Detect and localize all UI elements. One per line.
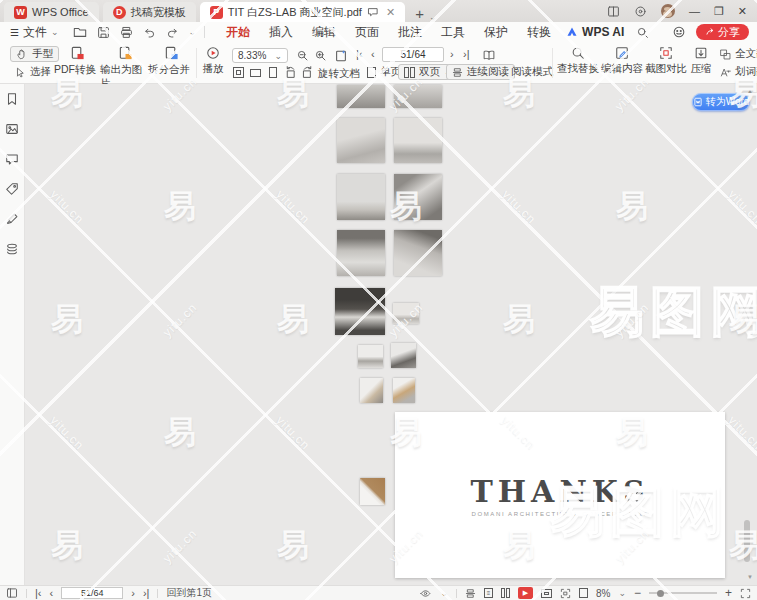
zoom-out-icon[interactable] <box>296 49 309 62</box>
first-page-button[interactable]: |‹ <box>35 587 42 599</box>
bookmark-icon[interactable] <box>5 92 19 106</box>
close-window-button[interactable]: ✕ <box>738 5 747 18</box>
double-page-view-icon[interactable] <box>501 588 510 598</box>
select-tool-button[interactable]: 选择 <box>10 64 56 80</box>
page-thumbnail-12[interactable] <box>391 343 416 368</box>
last-page-button[interactable]: ›| <box>143 587 150 599</box>
next-page-button[interactable]: › <box>131 587 135 599</box>
comment-bubble-icon[interactable] <box>367 6 379 18</box>
fit-height-icon[interactable] <box>266 66 279 79</box>
play-mode-button[interactable]: ▶ <box>518 587 533 599</box>
zoom-slider-handle[interactable] <box>657 590 664 597</box>
user-avatar[interactable] <box>661 4 675 18</box>
menu-item-insert[interactable]: 插入 <box>266 22 296 43</box>
continuous-view-icon[interactable] <box>465 588 476 599</box>
page-thumbnail-4[interactable] <box>394 118 442 163</box>
fullscreen-icon[interactable] <box>740 588 751 599</box>
thanks-page[interactable]: THANKS DOMANI ARCHITECTURAL CONCEPT, 201… <box>395 412 725 578</box>
page-thumbnail-14[interactable] <box>393 378 415 403</box>
menu-item-tools[interactable]: 工具 <box>438 22 468 43</box>
close-tab-icon[interactable]: ✕ <box>386 6 395 19</box>
menu-item-edit[interactable]: 编辑 <box>309 22 339 43</box>
last-page-button[interactable]: ›| <box>463 48 470 60</box>
page-thumbnail-6[interactable] <box>394 174 442 220</box>
page-thumbnail-15[interactable] <box>360 478 385 505</box>
zoom-slider[interactable] <box>649 592 717 594</box>
compress-button[interactable]: 压缩 <box>687 46 715 76</box>
page-thumbnail-11[interactable] <box>358 345 383 368</box>
pdf-convert-button[interactable]: PDF转换 ⌄ <box>54 46 100 89</box>
page-thumbnail-3[interactable] <box>337 118 385 163</box>
fit-page-view-icon[interactable] <box>560 588 571 599</box>
menu-item-annotate[interactable]: 批注 <box>395 22 425 43</box>
fit-width-view-icon[interactable] <box>544 592 549 595</box>
attachment-tag-icon[interactable] <box>5 182 19 196</box>
menu-item-page[interactable]: 页面 <box>352 22 382 43</box>
vertical-scrollbar[interactable] <box>744 520 750 562</box>
full-page-view-icon[interactable] <box>579 588 588 598</box>
page-thumbnail-2[interactable] <box>394 85 442 108</box>
rotate-left-icon[interactable] <box>284 66 297 79</box>
full-translate-button[interactable]: 全文翻译 <box>715 46 757 62</box>
fit-page-icon[interactable] <box>334 49 348 63</box>
back-to-first-page-button[interactable]: 回到第1页 <box>166 586 212 600</box>
split-merge-button[interactable]: 拆分合并 ⌄ <box>148 46 194 89</box>
thumbnails-icon[interactable] <box>5 122 19 136</box>
page-thumbnail-5[interactable] <box>337 174 385 220</box>
prev-page-button[interactable]: ‹ <box>50 587 54 599</box>
share-button[interactable]: 分享 <box>696 24 749 40</box>
find-replace-button[interactable]: 查找替换 <box>557 46 599 76</box>
feedback-smiley-icon[interactable] <box>672 25 686 39</box>
edit-content-button[interactable]: 编辑内容 <box>601 46 643 76</box>
zoom-in-icon[interactable] <box>314 49 327 62</box>
page-thumbnail-7[interactable] <box>337 230 385 276</box>
new-tab-button[interactable]: + <box>415 5 424 22</box>
page-thumbnail-1[interactable] <box>337 85 385 108</box>
next-page-button[interactable]: › <box>450 48 454 60</box>
read-mode-button[interactable]: 阅读模式 <box>506 64 558 80</box>
signature-pen-icon[interactable] <box>5 212 19 226</box>
scroll-down-icon[interactable]: ▼ <box>747 574 753 580</box>
first-page-button[interactable]: |‹ <box>356 48 363 60</box>
actual-size-icon[interactable] <box>232 66 245 79</box>
minimize-button[interactable]: — <box>689 5 700 17</box>
menu-item-convert[interactable]: 转换 <box>524 22 554 43</box>
comments-icon[interactable] <box>5 152 19 166</box>
wps-ai-menu[interactable]: WPS AI <box>566 25 624 39</box>
page-thumbnail-9[interactable] <box>335 288 385 335</box>
toggle-sidebar-icon[interactable] <box>6 587 18 599</box>
theme-settings-icon[interactable] <box>634 5 647 18</box>
fit-width-icon[interactable] <box>249 66 262 79</box>
zoom-percent-chevron-icon[interactable]: ⌄ <box>618 588 626 598</box>
page-number-input[interactable] <box>382 47 444 62</box>
page-number-input[interactable] <box>61 587 123 599</box>
redo-icon[interactable] <box>166 26 179 39</box>
search-icon[interactable] <box>636 26 649 39</box>
undo-icon[interactable] <box>143 26 156 39</box>
page-thumbnail-8[interactable] <box>394 230 442 276</box>
continuous-read-button[interactable]: 连续阅读 <box>446 64 515 80</box>
layout-split-icon[interactable] <box>607 5 620 18</box>
maximize-button[interactable]: ❐ <box>714 5 724 18</box>
zoom-in-button[interactable]: + <box>725 586 732 600</box>
menu-item-protect[interactable]: 保护 <box>481 22 511 43</box>
tab-pdf-doc[interactable]: P TIT 白ZS-LAB 商业空间.pdf ✕ <box>200 2 406 22</box>
reading-book-icon[interactable] <box>482 49 496 62</box>
stamp-layers-icon[interactable] <box>5 242 19 256</box>
print-icon[interactable] <box>120 26 133 39</box>
document-viewport[interactable]: THANKS DOMANI ARCHITECTURAL CONCEPT, 201… <box>25 84 757 585</box>
tab-list-chevron-icon[interactable]: ⌄ <box>429 12 437 22</box>
screenshot-compare-button[interactable]: 截图对比 <box>645 46 687 76</box>
hand-tool-button[interactable]: 手型 <box>10 46 59 62</box>
prev-page-button[interactable]: ‹ <box>371 48 375 60</box>
save-icon[interactable] <box>97 26 110 39</box>
rotate-right-icon[interactable] <box>301 66 314 79</box>
eye-view-icon[interactable] <box>419 588 432 599</box>
zoom-out-button[interactable]: − <box>634 586 641 600</box>
eye-view-chevron-icon[interactable]: ⌄ <box>440 588 448 598</box>
zoom-level-select[interactable]: 8.33% ⌄ <box>232 48 288 63</box>
scroll-up-icon[interactable]: ▲ <box>747 88 753 94</box>
tab-template-doc[interactable]: D 找稿宽模板 <box>103 2 196 22</box>
tab-wps-home[interactable]: W WPS Office <box>4 2 99 22</box>
word-translate-button[interactable]: 划词翻译 ⌄ <box>715 64 757 80</box>
